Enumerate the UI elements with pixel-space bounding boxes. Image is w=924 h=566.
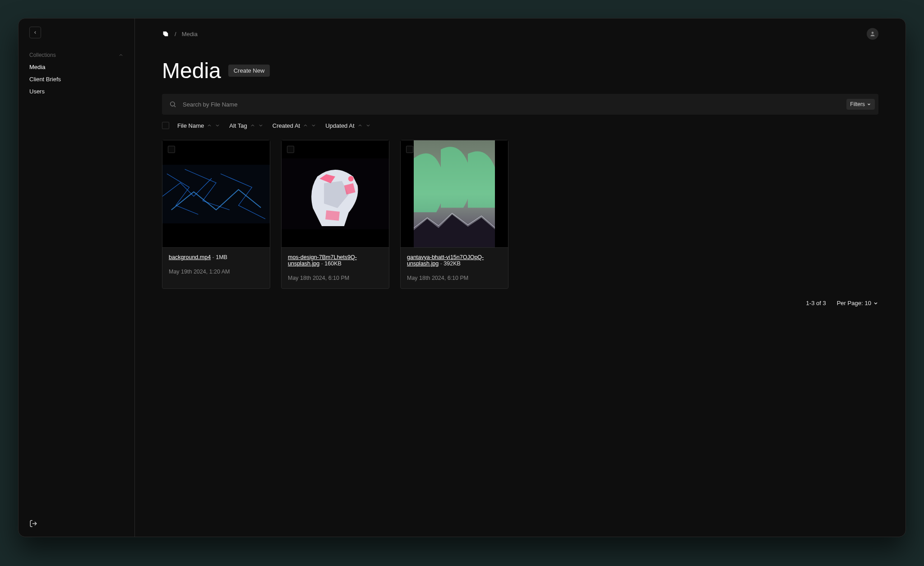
- search-icon: [169, 101, 176, 108]
- card-body: mos-design-7Bm7Lhets9Q-unsplash.jpg - 16…: [282, 248, 389, 288]
- sort-desc-button[interactable]: [365, 122, 372, 129]
- card-filesize: 160KB: [324, 260, 342, 267]
- sort-row: File Name Alt Tag Created At: [162, 122, 878, 129]
- per-page-value: 10: [865, 300, 871, 306]
- column-created-at: Created At: [273, 122, 317, 129]
- column-label: Alt Tag: [229, 122, 247, 129]
- column-label: Updated At: [325, 122, 354, 129]
- media-grid: background.mp4 - 1MB May 19th 2024, 1:20…: [162, 140, 878, 289]
- column-label: File Name: [177, 122, 204, 129]
- sidebar-item-label: Media: [29, 64, 45, 70]
- chevron-up-icon: [118, 52, 124, 58]
- logo-icon[interactable]: [162, 30, 169, 37]
- sidebar-footer: [29, 520, 37, 528]
- card-body: background.mp4 - 1MB May 19th 2024, 1:20…: [162, 248, 270, 282]
- chevron-down-icon: [873, 301, 878, 306]
- card-date: May 18th 2024, 6:10 PM: [407, 275, 502, 281]
- card-filesize: 392KB: [444, 260, 461, 267]
- search-bar: Filters: [162, 94, 878, 115]
- topbar: / Media: [162, 23, 878, 45]
- sidebar-collapse-button[interactable]: [29, 27, 41, 38]
- logout-icon[interactable]: [29, 520, 37, 528]
- per-page-selector[interactable]: Per Page: 10: [837, 300, 878, 306]
- page-title: Media: [162, 58, 221, 83]
- avatar[interactable]: [867, 28, 878, 40]
- column-label: Created At: [273, 122, 300, 129]
- select-all-checkbox[interactable]: [162, 122, 169, 129]
- chevron-down-icon: [867, 102, 871, 107]
- svg-point-1: [872, 32, 874, 34]
- card-thumbnail: [282, 140, 389, 248]
- pagination: 1-3 of 3 Per Page: 10: [162, 300, 878, 306]
- per-page-label: Per Page:: [837, 300, 863, 306]
- sidebar-item-users[interactable]: Users: [18, 85, 134, 97]
- card-body: gantavya-bhatt-vi15n7OJOpQ-unsplash.jpg …: [401, 248, 508, 288]
- card-date: May 19th 2024, 1:20 AM: [169, 269, 263, 275]
- column-alt-tag: Alt Tag: [229, 122, 264, 129]
- sort-desc-button[interactable]: [257, 122, 264, 129]
- column-updated-at: Updated At: [325, 122, 371, 129]
- sort-asc-button[interactable]: [249, 122, 256, 129]
- pagination-range: 1-3 of 3: [806, 300, 826, 306]
- sort-desc-button[interactable]: [310, 122, 317, 129]
- chevron-left-icon: [33, 30, 37, 35]
- create-new-button[interactable]: Create New: [228, 65, 270, 77]
- filters-button[interactable]: Filters: [846, 99, 875, 110]
- app-window: Collections Media Client Briefs Users: [18, 18, 906, 537]
- svg-point-6: [348, 176, 354, 181]
- sidebar-item-media[interactable]: Media: [18, 61, 134, 73]
- svg-line-3: [174, 106, 176, 107]
- sidebar-item-label: Users: [29, 88, 45, 95]
- user-icon: [869, 31, 876, 37]
- breadcrumb-current[interactable]: Media: [182, 31, 198, 37]
- breadcrumb: / Media: [162, 30, 198, 37]
- sort-desc-button[interactable]: [214, 122, 221, 129]
- sort-asc-button[interactable]: [206, 122, 213, 129]
- card-filename-link[interactable]: background.mp4: [169, 254, 211, 260]
- sidebar-item-label: Client Briefs: [29, 76, 61, 83]
- card-filesize: 1MB: [216, 254, 227, 260]
- column-file-name: File Name: [177, 122, 221, 129]
- media-card[interactable]: background.mp4 - 1MB May 19th 2024, 1:20…: [162, 140, 270, 289]
- sort-asc-button[interactable]: [302, 122, 309, 129]
- svg-point-2: [171, 102, 175, 106]
- card-thumbnail: [162, 140, 270, 248]
- svg-rect-4: [162, 165, 270, 223]
- media-card[interactable]: gantavya-bhatt-vi15n7OJOpQ-unsplash.jpg …: [400, 140, 508, 289]
- sidebar: Collections Media Client Briefs Users: [18, 19, 135, 537]
- card-checkbox[interactable]: [406, 146, 413, 153]
- breadcrumb-separator: /: [175, 31, 176, 37]
- main-content: / Media Media Create New Filters: [135, 19, 906, 537]
- sidebar-group-collections: Collections Media Client Briefs Users: [18, 49, 134, 97]
- search-input[interactable]: [182, 101, 846, 108]
- card-date: May 18th 2024, 6:10 PM: [288, 275, 383, 281]
- card-thumbnail: [401, 140, 508, 248]
- sort-asc-button[interactable]: [356, 122, 364, 129]
- sidebar-item-client-briefs[interactable]: Client Briefs: [18, 73, 134, 85]
- card-checkbox[interactable]: [287, 146, 294, 153]
- media-card[interactable]: mos-design-7Bm7Lhets9Q-unsplash.jpg - 16…: [281, 140, 389, 289]
- sidebar-group-label: Collections: [29, 52, 56, 58]
- sidebar-group-header[interactable]: Collections: [18, 49, 134, 61]
- filters-button-label: Filters: [850, 101, 865, 107]
- card-checkbox[interactable]: [168, 146, 175, 153]
- title-row: Media Create New: [162, 58, 878, 83]
